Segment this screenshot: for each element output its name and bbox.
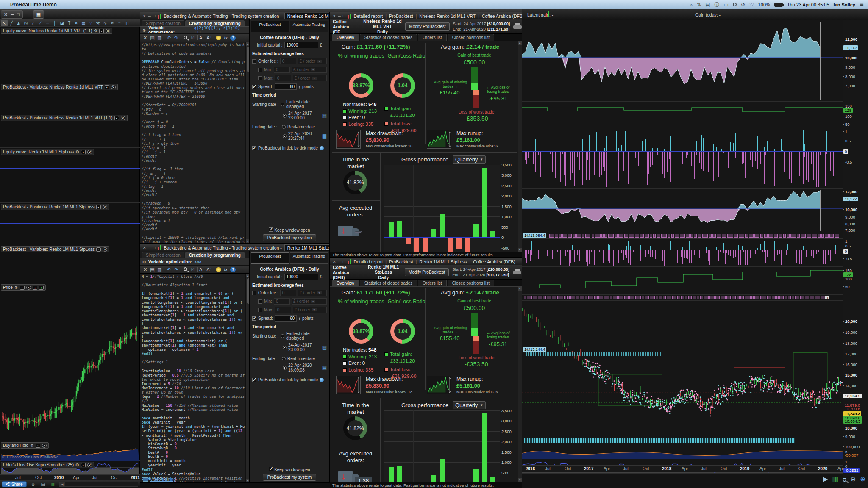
min-fee-unit-select[interactable]: £ / order▼ <box>292 298 327 305</box>
tab-creation-by-programming[interactable]: Creation by programming <box>185 252 245 258</box>
close-icon[interactable]: ✕ <box>103 205 107 209</box>
report-scrollbar[interactable]: ▲▼ <box>518 287 522 482</box>
system-name-input[interactable]: Nneless Renko 1d ML1 VRT <box>284 13 329 19</box>
max-fee-input[interactable]: 0 <box>275 75 291 81</box>
zigzag-down-tool-icon[interactable]: ≈ <box>109 20 116 26</box>
spread-input[interactable]: 60 <box>275 83 297 90</box>
probacktest-my-system-button[interactable]: ProBacktest my system <box>263 234 316 241</box>
earliest-date-option[interactable]: Earliest date displayed <box>286 331 327 341</box>
wifi-icon[interactable]: ♡ <box>749 2 754 8</box>
paste-icon[interactable]: ▥ <box>157 35 162 41</box>
spread-stepper[interactable]: ▲▼ <box>298 317 300 320</box>
report-scrollbar[interactable]: ▲▼ <box>518 41 522 252</box>
sell-icon[interactable]: ↓ <box>33 286 37 290</box>
equity-curve-chart-2[interactable] <box>522 189 843 233</box>
min-fee-unit-select[interactable]: £ / order▼ <box>292 67 327 73</box>
start-date-radio[interactable] <box>283 114 287 118</box>
compare-icon[interactable]: ▥ <box>832 475 838 483</box>
search-icon[interactable] <box>733 2 737 8</box>
suggestion-bulb-icon[interactable] <box>216 36 221 40</box>
period-dropdown[interactable]: Quarterly▼ <box>453 401 486 409</box>
settings-tool-icon[interactable]: ⚒ <box>95 20 101 26</box>
order-fee-input[interactable]: 0 <box>280 290 296 296</box>
menubar-clock[interactable]: Thu 23 Apr 00:35:05 <box>787 2 829 7</box>
price-axis-gutter[interactable]: 12,00010,0009,0008,0007,00011,1721501005… <box>843 20 868 488</box>
earliest-date-radio[interactable] <box>281 103 284 106</box>
variable-optimization-value[interactable]: add <box>194 260 201 264</box>
tab-overview[interactable]: Overview <box>332 34 359 41</box>
collapse-icon[interactable]: ▪ <box>105 85 109 89</box>
end-date-value[interactable]: 22-Apr-2020 23:27:44 <box>288 131 320 141</box>
max-fee-checkbox[interactable] <box>258 76 262 80</box>
zoom-in-icon[interactable]: ⊕ <box>860 475 865 483</box>
end-date-radio[interactable] <box>283 366 287 370</box>
tab-probacktest[interactable]: ProBacktest <box>251 21 289 32</box>
end-date-radio[interactable] <box>283 134 287 138</box>
search-icon[interactable] <box>183 35 188 40</box>
tab-automatic-trading[interactable]: Automatic Trading ⚙⚙ <box>290 252 328 264</box>
copy-icon[interactable]: ▤ <box>150 35 155 41</box>
editor-help-icon[interactable]: ? <box>230 35 236 41</box>
right-chart-x-axis[interactable]: 2016JulOct2017AprJulOct2018AprJulOct2019… <box>522 465 843 472</box>
cut-icon[interactable]: ✕ <box>142 35 148 41</box>
font-larger-icon[interactable]: A⁺ <box>206 35 212 41</box>
initial-capital-input[interactable]: 10000 <box>284 274 318 280</box>
system-name-input[interactable]: Renko 1M ML1 StpLoss <box>284 244 329 251</box>
spread-input[interactable]: 60 <box>275 315 297 322</box>
tab-statistics[interactable]: Statistics of closed trades <box>360 280 417 286</box>
undo-icon[interactable]: ↶ <box>166 35 172 41</box>
workspace-window-controls[interactable]: ✕─□ <box>1 10 23 19</box>
modify-probackt-button[interactable]: Modify ProBacktest <box>405 22 449 30</box>
collapse-icon[interactable]: ▪ <box>20 286 25 290</box>
bars-icon[interactable]: ▥ <box>50 482 56 487</box>
wrench-icon[interactable]: ⚙ <box>94 28 97 33</box>
pattern-tool-icon[interactable]: ◫ <box>123 20 130 26</box>
search-icon[interactable] <box>183 267 188 272</box>
video-training-link[interactable]: Video training <box>143 477 176 482</box>
keep-window-open-checkbox[interactable] <box>269 467 273 471</box>
signal-bars-panel-1[interactable] <box>522 128 843 189</box>
report-list-icon[interactable]: ▤ <box>40 482 46 487</box>
comment-icon[interactable]: ⍁ <box>190 267 195 272</box>
horizontal-scrollbar[interactable]: ◀ <box>59 482 138 487</box>
font-smaller-icon[interactable]: A⁻ <box>199 267 205 272</box>
code-scrollbar[interactable]: ▲▼ <box>245 42 249 243</box>
function-icon[interactable]: fx <box>223 35 228 40</box>
code-scrollbar[interactable]: ▲▼ <box>245 274 249 482</box>
note-tool-icon[interactable]: ◪ <box>58 20 65 26</box>
share-button[interactable]: Share <box>2 481 27 487</box>
period-dropdown[interactable]: Quarterly▼ <box>453 155 486 164</box>
info-icon[interactable]: ⓘ <box>715 1 720 8</box>
realtime-date-option[interactable]: Real-time date <box>287 125 315 129</box>
min-fee-checkbox[interactable] <box>258 299 262 304</box>
font-smaller-icon[interactable]: A⁻ <box>199 35 205 41</box>
probacktest-my-system-button[interactable]: ProBacktest my system <box>263 474 316 481</box>
min-fee-input[interactable]: 0 <box>274 67 290 73</box>
window-controls[interactable]: ✕─□ <box>143 246 155 250</box>
spread-checkbox[interactable] <box>252 85 256 89</box>
min-fee-input[interactable]: 0 <box>274 298 290 305</box>
code-area[interactable]: N = 1//*Capital / Close //30//Heuristics… <box>140 273 249 482</box>
calendar-icon[interactable]: ▦ <box>322 344 327 350</box>
line-tool-icon[interactable]: ╱ <box>8 20 15 26</box>
clipboard-icon[interactable]: ▤ <box>705 2 710 8</box>
close-icon[interactable]: ✕ <box>103 247 107 252</box>
collapse-icon[interactable]: ▪ <box>81 150 86 154</box>
app-name[interactable]: ProRealTime Demo <box>10 2 57 8</box>
user-name[interactable]: Ian Solley <box>834 2 855 7</box>
display-icon[interactable]: ▭ <box>724 2 729 8</box>
end-date-value[interactable]: 22-Apr-2020 16:09:08 <box>288 363 320 372</box>
text-tool-icon[interactable]: T <box>66 20 72 26</box>
notification-center-icon[interactable]: ≣ <box>860 2 864 8</box>
tab-overview[interactable]: Overview <box>332 280 359 286</box>
cut-icon[interactable]: ✕ <box>142 267 148 272</box>
realtime-date-radio[interactable] <box>282 125 286 129</box>
segment-tool-icon[interactable]: ∕ <box>30 20 36 26</box>
order-fee-unit-select[interactable]: £ / order▼ <box>298 290 327 296</box>
positions-row-cyan[interactable] <box>522 437 843 444</box>
paste-icon[interactable]: ▥ <box>157 267 162 272</box>
window-controls[interactable]: ✕─□ <box>333 260 345 264</box>
tab-statistics[interactable]: Statistics of closed trades <box>360 34 417 41</box>
zigzag-up-tool-icon[interactable]: ∿ <box>102 20 108 26</box>
order-fee-checkbox[interactable] <box>252 291 256 295</box>
